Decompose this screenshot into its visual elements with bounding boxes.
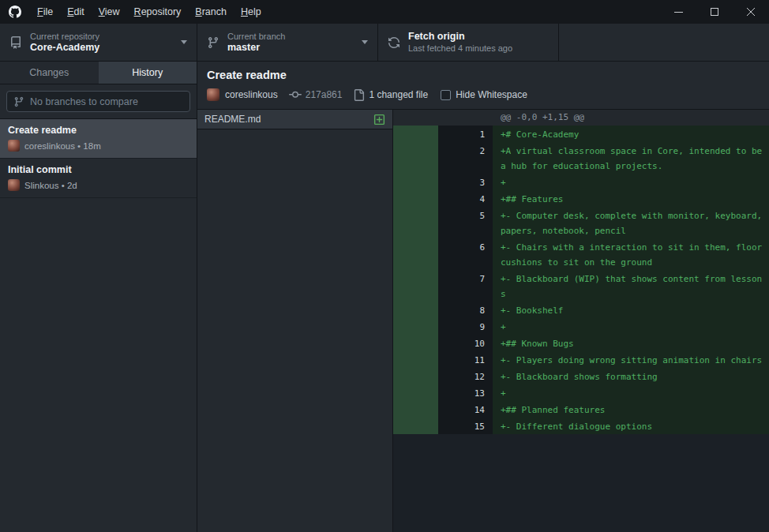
diff-gutter-old <box>393 207 438 238</box>
window-controls <box>660 0 769 24</box>
diff-line-number: 9 <box>438 318 493 335</box>
diff-line: 14+## Planned features <box>393 401 769 418</box>
diff-gutter-old <box>393 318 438 335</box>
hunk-header: @@ -0,0 +1,15 @@ <box>393 110 769 126</box>
compare-branch-input[interactable] <box>30 96 183 107</box>
menu-repository[interactable]: Repository <box>127 0 189 24</box>
menu-file[interactable]: File <box>30 0 60 24</box>
diff-line: 15+- Different dialogue options <box>393 418 769 434</box>
changes-history-tabs: ChangesHistory <box>0 62 197 84</box>
diff-area: README.md @@ -0,0 +1,15 @@ 1+# Core-Acad… <box>197 110 769 532</box>
diff-line-number: 1 <box>438 126 493 142</box>
current-repository-selector[interactable]: Current repository Core-Academy <box>0 24 197 61</box>
diff-view: @@ -0,0 +1,15 @@ 1+# Core-Academy2+A vir… <box>393 110 769 532</box>
hunk-header-text: @@ -0,0 +1,15 @@ <box>493 110 584 126</box>
diff-line-text: +- Bookshelf <box>493 302 769 318</box>
diff-line-text: +- Players doing wrong sitting animation… <box>493 351 769 368</box>
hide-whitespace-checkbox[interactable] <box>441 90 451 100</box>
close-button[interactable] <box>733 0 769 24</box>
avatar <box>8 179 20 191</box>
branch-selector-label: Current branch <box>227 31 285 42</box>
avatar <box>8 140 20 152</box>
diff-line-number: 2 <box>438 142 493 174</box>
github-logo-icon <box>9 6 21 18</box>
diff-line-number: 10 <box>438 335 493 351</box>
diff-line-number: 8 <box>438 302 493 318</box>
menu-help[interactable]: Help <box>234 0 268 24</box>
branch-compare-section <box>0 84 197 119</box>
diff-line-number: 7 <box>438 270 493 302</box>
file-added-icon <box>373 114 385 126</box>
sync-icon <box>388 36 400 49</box>
commit-author-time: Slinkous • 2d <box>24 181 77 190</box>
fetch-origin-button[interactable]: Fetch origin Last fetched 4 minutes ago <box>378 24 559 61</box>
maximize-button[interactable] <box>696 0 733 24</box>
commit-author: coreslinkous <box>225 89 278 100</box>
git-branch-icon <box>207 36 219 49</box>
diff-line-text: +# Core-Academy <box>493 126 769 142</box>
diff-line-text: + <box>493 174 769 190</box>
diff-line: 10+## Known Bugs <box>393 335 769 351</box>
diff-line-number: 15 <box>438 418 493 434</box>
diff-gutter-old <box>393 126 438 142</box>
diff-gutter-old <box>393 401 438 418</box>
diff-gutter-old <box>393 142 438 174</box>
diff-line: 8+- Bookshelf <box>393 302 769 318</box>
menu-branch[interactable]: Branch <box>188 0 234 24</box>
commit-title-heading: Create readme <box>207 69 760 81</box>
compare-branch-box[interactable] <box>6 91 190 112</box>
tab-history[interactable]: History <box>99 62 197 84</box>
repo-icon <box>9 36 22 49</box>
commit-meta-row: coreslinkous 217a861 1 changed file Hide… <box>207 88 760 101</box>
diff-line: 1+# Core-Academy <box>393 126 769 142</box>
chevron-down-icon <box>362 40 368 44</box>
diff-line-number: 11 <box>438 351 493 368</box>
menu-view[interactable]: View <box>92 0 127 24</box>
diff-line: 13+ <box>393 384 769 401</box>
diff-line-text: + <box>493 318 769 335</box>
diff-line-text: +## Known Bugs <box>493 335 769 351</box>
file-list-item[interactable]: README.md <box>197 110 392 129</box>
commit-sha: 217a861 <box>306 89 343 100</box>
diff-line: 5+- Computer desk, complete with monitor… <box>393 207 769 238</box>
diff-gutter-old <box>393 368 438 384</box>
toolbar: Current repository Core-Academy Current … <box>0 24 769 62</box>
diff-line-text: +- Chairs with a interaction to sit in t… <box>493 238 769 270</box>
diff-line-number: 4 <box>438 190 493 207</box>
hunk-gutter <box>438 110 493 126</box>
diff-gutter-old <box>393 190 438 207</box>
diff-gutter-old <box>393 302 438 318</box>
commit-list-item[interactable]: Create readmecoreslinkous • 18m <box>0 119 197 159</box>
diff-line-text: +## Planned features <box>493 401 769 418</box>
current-branch-selector[interactable]: Current branch master <box>197 24 378 61</box>
diff-line: 3+ <box>393 174 769 190</box>
branch-selector-value: master <box>227 42 285 54</box>
menu-edit[interactable]: Edit <box>60 0 92 24</box>
diff-line: 11+- Players doing wrong sitting animati… <box>393 351 769 368</box>
diff-line: 2+A virtual classroom space in Core, int… <box>393 142 769 174</box>
commit-list-item[interactable]: Initial commitSlinkous • 2d <box>0 159 197 198</box>
commit-meta: coreslinkous • 18m <box>8 140 189 152</box>
minimize-button[interactable] <box>660 0 696 24</box>
repository-selector-label: Current repository <box>30 31 99 42</box>
diff-line: 6+- Chairs with a interaction to sit in … <box>393 238 769 270</box>
tab-changes[interactable]: Changes <box>0 62 99 84</box>
diff-gutter-old <box>393 384 438 401</box>
menu-bar: FileEditViewRepositoryBranchHelp <box>30 0 268 24</box>
commit-history-list: Create readmecoreslinkous • 18mInitial c… <box>0 119 197 532</box>
diff-line-text: +- Blackboard shows formatting <box>493 368 769 384</box>
diff-line-number: 14 <box>438 401 493 418</box>
history-sidebar: ChangesHistory Create readmecoreslinkous… <box>0 62 197 532</box>
author-avatar <box>207 88 219 101</box>
commit-meta: Slinkous • 2d <box>8 179 189 191</box>
chevron-down-icon <box>181 40 187 44</box>
changed-files-count: 1 changed file <box>369 89 428 100</box>
git-commit-icon <box>289 88 302 101</box>
commit-title: Create readme <box>8 125 189 136</box>
title-bar: FileEditViewRepositoryBranchHelp <box>0 0 769 24</box>
diff-gutter-old <box>393 418 438 434</box>
commit-title: Initial commit <box>8 164 189 175</box>
hunk-gutter <box>393 110 438 126</box>
diff-gutter-old <box>393 351 438 368</box>
changed-files-list: README.md <box>197 110 393 532</box>
